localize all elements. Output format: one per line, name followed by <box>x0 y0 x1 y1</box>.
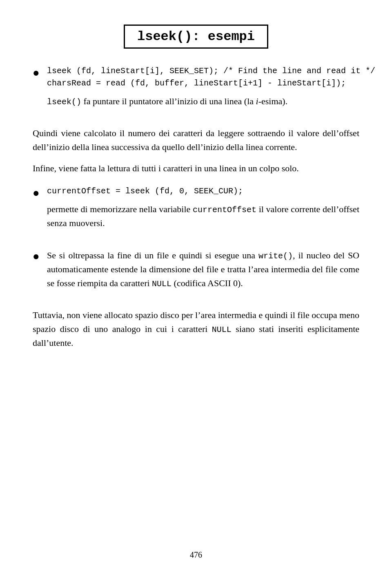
bullet-item-2: ● currentOffset = lseek (fd, 0, SEEK_CUR… <box>33 185 359 239</box>
bullet-item-3: ● Se si oltrepassa la fine di un file e … <box>33 249 359 299</box>
null-inline-2: NULL <box>212 325 232 334</box>
bullet-para-3: Se si oltrepassa la fine di un file e qu… <box>47 249 359 290</box>
null-inline-1: NULL <box>152 279 172 289</box>
bullet-item-1: ● lseek (fd, lineStart[i], SEEK_SET); /*… <box>33 65 359 117</box>
i-italic: i <box>256 96 258 106</box>
page: lseek(): esempi ● lseek (fd, lineStart[i… <box>0 0 392 576</box>
page-number: 476 <box>190 550 202 560</box>
title-container: lseek(): esempi <box>33 25 359 49</box>
bullet-row-3: ● Se si oltrepassa la fine di un file e … <box>33 249 359 299</box>
bullet-content-1: lseek (fd, lineStart[i], SEEK_SET); /* F… <box>47 65 375 117</box>
title-border: lseek(): esempi <box>124 25 268 49</box>
bullet-row-2: ● currentOffset = lseek (fd, 0, SEEK_CUR… <box>33 185 359 239</box>
paragraph-calcolato: Quindi viene calcolato il numero dei car… <box>33 126 359 154</box>
write-inline: write() <box>258 251 293 261</box>
code-line-1: lseek (fd, lineStart[i], SEEK_SET); /* F… <box>47 65 375 77</box>
content-area: ● lseek (fd, lineStart[i], SEEK_SET); /*… <box>33 65 359 350</box>
paragraph-tuttavia: Tuttavia, non viene allocato spazio disc… <box>33 308 359 350</box>
bullet-para-1: lseek() fa puntare il puntatore all’iniz… <box>47 94 375 108</box>
code-line-3: currentOffset = lseek (fd, 0, SEEK_CUR); <box>47 185 359 197</box>
bullet-icon-2: ● <box>33 184 40 202</box>
bullet-content-2: currentOffset = lseek (fd, 0, SEEK_CUR);… <box>47 185 359 239</box>
paragraph-infine: Infine, viene fatta la lettura di tutti … <box>33 161 359 175</box>
bullet-para-2: permette di memorizzare nella variabile … <box>47 202 359 230</box>
code-line-2: charsRead = read (fd, buffer, lineStart[… <box>47 77 375 90</box>
bullet-row-1: ● lseek (fd, lineStart[i], SEEK_SET); /*… <box>33 65 359 117</box>
bullet-icon-3: ● <box>33 248 40 265</box>
bullet-content-3: Se si oltrepassa la fine di un file e qu… <box>47 249 359 299</box>
currentoffset-inline: currentOffset <box>193 205 256 215</box>
bullet-icon-1: ● <box>33 64 40 81</box>
lseek-inline-1: lseek() <box>47 97 81 107</box>
page-title: lseek(): esempi <box>137 29 255 44</box>
